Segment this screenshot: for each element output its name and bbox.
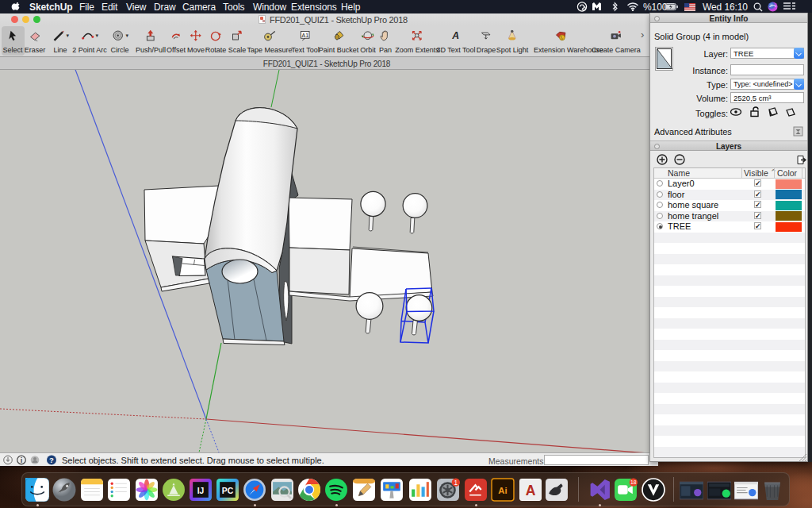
svg-text:18: 18 (630, 479, 637, 485)
svg-text:Ai: Ai (498, 486, 507, 495)
svg-text:i: i (21, 456, 23, 464)
svg-text:IJ: IJ (197, 487, 205, 495)
svg-text:1: 1 (454, 479, 458, 487)
svg-text:?: ? (49, 456, 54, 464)
svg-text:A1: A1 (302, 33, 309, 38)
svg-text:PC: PC (222, 487, 234, 495)
svg-text:A: A (452, 30, 460, 41)
svg-text:A: A (526, 483, 536, 498)
